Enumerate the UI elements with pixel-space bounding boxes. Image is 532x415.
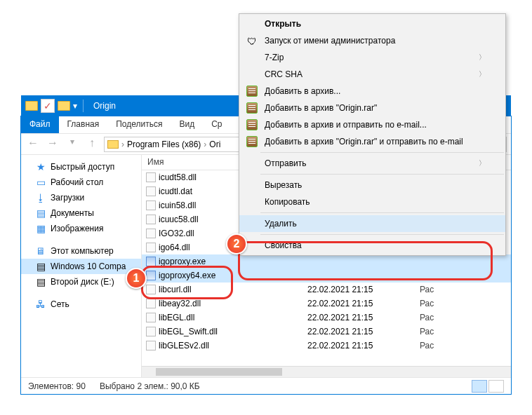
qat-button[interactable]: ✓ [41, 99, 55, 113]
context-menu: Открыть Запуск от имени администратора 7… [239, 13, 506, 256]
sidebar-drive-e[interactable]: ▤Второй диск (E:) [21, 274, 141, 290]
qat-dropdown[interactable]: ▾ [73, 101, 77, 111]
file-row[interactable]: libEGL_Swift.dll22.02.2021 21:15Рас [142, 325, 511, 339]
file-type: Рас [415, 313, 438, 322]
file-name: icuin58.dll [159, 200, 196, 210]
menu-run-as-admin[interactable]: Запуск от имени администратора [239, 32, 505, 49]
chevron-right-icon: 〉 [479, 69, 486, 79]
file-icon [146, 257, 156, 266]
file-icon [146, 341, 156, 351]
sidebar-quick-access[interactable]: ★Быстрый доступ [21, 159, 141, 175]
star-icon: ★ [35, 161, 46, 172]
sidebar-drive-c[interactable]: ▤Windows 10 Compa [21, 259, 141, 274]
tab-view[interactable]: Вид [171, 116, 203, 133]
badge-1: 1 [126, 268, 147, 289]
menu-properties[interactable]: Свойства [239, 237, 505, 254]
file-icon [146, 229, 156, 238]
tab-share[interactable]: Поделиться [107, 116, 171, 133]
desktop-icon: ▭ [35, 177, 46, 188]
window-title: Origin [93, 101, 116, 111]
file-date: 22.02.2021 21:15 [303, 341, 415, 351]
file-row[interactable]: libeay32.dll22.02.2021 21:15Рас [142, 297, 511, 311]
view-large-button[interactable] [488, 380, 504, 393]
tab-tools[interactable]: Ср [203, 116, 230, 133]
menu-send-to[interactable]: Отправить〉 [239, 155, 505, 172]
chevron-right-icon: 〉 [479, 53, 486, 62]
check-icon: ✓ [44, 100, 52, 111]
file-icon [146, 200, 156, 210]
rar-icon [246, 86, 258, 97]
back-button[interactable]: ← [25, 137, 41, 152]
menu-cut[interactable]: Вырезать [239, 177, 505, 193]
pictures-icon: ▦ [35, 223, 46, 234]
up-button[interactable]: ↑ [84, 137, 100, 152]
file-row[interactable]: libEGL.dll22.02.2021 21:15Рас [142, 311, 511, 325]
status-bar: Элементов: 90 Выбрано 2 элем.: 90,0 КБ [21, 377, 511, 394]
tab-file[interactable]: Файл [21, 116, 59, 133]
menu-add-email[interactable]: Добавить в архив и отправить по e-mail..… [239, 116, 505, 133]
folder-icon [58, 101, 70, 111]
sidebar-this-pc[interactable]: 🖥Этот компьютер [21, 243, 141, 259]
file-icon [146, 186, 156, 196]
file-name: igoproxy.exe [159, 257, 206, 266]
sidebar-desktop[interactable]: ▭Рабочий стол [21, 175, 141, 190]
file-date: 22.02.2021 21:15 [303, 313, 415, 322]
status-selected: Выбрано 2 элем.: 90,0 КБ [100, 381, 200, 391]
recent-button[interactable]: ▾ [65, 137, 80, 152]
file-row[interactable]: libGLESv2.dll22.02.2021 21:15Рас [142, 339, 511, 353]
forward-button[interactable]: → [45, 137, 60, 152]
rar-icon [246, 136, 258, 147]
menu-copy[interactable]: Копировать [239, 193, 505, 210]
downloads-icon: ⭳ [35, 192, 46, 203]
sidebar-pictures[interactable]: ▦Изображения [21, 221, 141, 236]
file-icon [146, 243, 156, 252]
file-name: libcurl.dll [159, 285, 192, 294]
chevron-right-icon: 〉 [479, 158, 486, 168]
file-type: Рас [415, 285, 438, 294]
file-row[interactable]: libcurl.dll22.02.2021 21:15Рас [142, 283, 511, 297]
sidebar-documents[interactable]: ▤Документы [21, 205, 141, 221]
rar-icon [246, 102, 258, 114]
shield-icon [247, 36, 257, 46]
drive-icon: ▤ [35, 261, 46, 272]
file-name: icudt58.dll [159, 172, 197, 182]
horizontal-scrollbar[interactable] [142, 366, 511, 377]
view-details-button[interactable] [472, 380, 487, 393]
menu-add-rar-email[interactable]: Добавить в архив "Origin.rar" и отправит… [239, 133, 505, 150]
sidebar-network[interactable]: 🖧Сеть [21, 297, 141, 312]
file-row[interactable]: igoproxy64.exe [142, 268, 511, 283]
sidebar-downloads[interactable]: ⭳Загрузки [21, 190, 141, 205]
file-name: icuuc58.dll [159, 215, 199, 224]
file-date: 22.02.2021 21:15 [303, 327, 415, 336]
file-date: 22.02.2021 21:15 [303, 285, 415, 294]
file-name: libEGL.dll [159, 313, 194, 322]
drive-icon: ▤ [35, 276, 46, 287]
menu-add-rar[interactable]: Добавить в архив "Origin.rar" [239, 100, 505, 116]
badge-2: 2 [226, 233, 247, 254]
file-row[interactable]: igoproxy.exe [142, 254, 511, 268]
file-name: IGO32.dll [159, 229, 194, 238]
chevron-icon: › [121, 140, 124, 149]
breadcrumb-segment[interactable]: Program Files (x86) [127, 140, 201, 149]
file-icon [146, 271, 156, 280]
menu-7zip[interactable]: 7-Zip〉 [239, 49, 505, 66]
file-icon [146, 285, 156, 294]
file-name: igo64.dll [159, 243, 190, 252]
network-icon: 🖧 [35, 299, 46, 310]
menu-crc-sha[interactable]: CRC SHA〉 [239, 66, 505, 83]
menu-open[interactable]: Открыть [239, 15, 505, 32]
file-name: icudtl.dat [159, 186, 192, 196]
file-name: libeay32.dll [159, 299, 201, 308]
rar-icon [246, 119, 258, 130]
status-count: Элементов: 90 [28, 381, 86, 391]
tab-home[interactable]: Главная [59, 116, 108, 133]
documents-icon: ▤ [35, 208, 46, 219]
folder-icon [107, 140, 119, 149]
file-icon [146, 313, 156, 322]
breadcrumb-segment[interactable]: Ori [209, 140, 220, 149]
file-name: igoproxy64.exe [159, 271, 215, 280]
menu-delete[interactable]: Удалить [239, 215, 505, 232]
file-icon [146, 299, 156, 308]
file-type: Рас [415, 299, 438, 308]
menu-add-archive[interactable]: Добавить в архив... [239, 83, 505, 100]
